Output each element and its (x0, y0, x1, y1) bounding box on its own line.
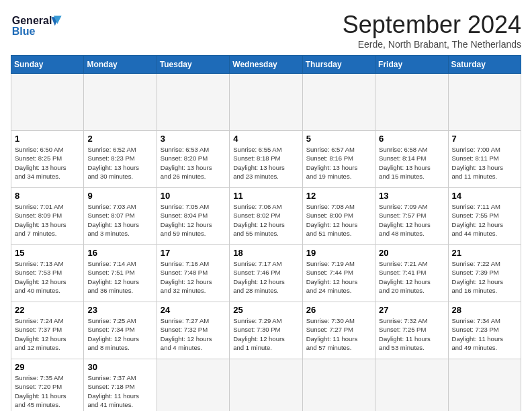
calendar-cell: 27Sunrise: 7:32 AM Sunset: 7:25 PM Dayli… (375, 302, 448, 359)
day-info: Sunrise: 7:06 AM Sunset: 8:02 PM Dayligh… (233, 202, 298, 238)
day-number: 7 (452, 134, 517, 144)
day-number: 29 (15, 362, 80, 372)
day-info: Sunrise: 7:03 AM Sunset: 8:07 PM Dayligh… (87, 202, 152, 238)
calendar-cell (157, 74, 229, 131)
day-number: 30 (87, 362, 152, 372)
calendar-cell: 20Sunrise: 7:21 AM Sunset: 7:41 PM Dayli… (375, 245, 448, 302)
day-info: Sunrise: 7:30 AM Sunset: 7:27 PM Dayligh… (306, 316, 371, 352)
day-info: Sunrise: 7:01 AM Sunset: 8:09 PM Dayligh… (15, 202, 80, 238)
day-info: Sunrise: 7:08 AM Sunset: 8:00 PM Dayligh… (306, 202, 371, 238)
month-title: September 2024 (343, 11, 521, 39)
calendar-cell (230, 74, 302, 131)
day-info: Sunrise: 6:50 AM Sunset: 8:25 PM Dayligh… (15, 145, 80, 181)
day-number: 15 (15, 248, 80, 258)
day-info: Sunrise: 7:29 AM Sunset: 7:30 PM Dayligh… (233, 316, 298, 352)
calendar-cell: 16Sunrise: 7:14 AM Sunset: 7:51 PM Dayli… (84, 245, 157, 302)
calendar-cell: 11Sunrise: 7:06 AM Sunset: 8:02 PM Dayli… (230, 188, 302, 245)
calendar-cell: 23Sunrise: 7:25 AM Sunset: 7:34 PM Dayli… (84, 302, 157, 359)
calendar-cell: 8Sunrise: 7:01 AM Sunset: 8:09 PM Daylig… (11, 188, 84, 245)
day-number: 12 (306, 191, 371, 201)
day-number: 9 (87, 191, 152, 201)
day-number: 16 (87, 248, 152, 258)
day-number: 23 (87, 305, 152, 315)
calendar-cell: 30Sunrise: 7:37 AM Sunset: 7:18 PM Dayli… (84, 359, 157, 412)
day-number: 14 (452, 191, 517, 201)
day-number: 21 (452, 248, 517, 258)
calendar-cell: 19Sunrise: 7:19 AM Sunset: 7:44 PM Dayli… (302, 245, 375, 302)
calendar-cell: 13Sunrise: 7:09 AM Sunset: 7:57 PM Dayli… (375, 188, 448, 245)
day-number: 11 (233, 191, 298, 201)
calendar-cell: 5Sunrise: 6:57 AM Sunset: 8:16 PM Daylig… (302, 131, 375, 188)
calendar-cell (230, 359, 302, 412)
svg-text:General: General (12, 15, 52, 26)
weekday-header-row: SundayMondayTuesdayWednesdayThursdayFrid… (11, 56, 521, 74)
calendar-cell: 25Sunrise: 7:29 AM Sunset: 7:30 PM Dayli… (230, 302, 302, 359)
day-number: 28 (452, 305, 517, 315)
weekday-header-sunday: Sunday (11, 56, 84, 74)
calendar-cell (302, 359, 375, 412)
weekday-header-tuesday: Tuesday (157, 56, 229, 74)
calendar-cell (448, 74, 521, 131)
logo: General Blue (11, 11, 64, 41)
calendar-cell: 1Sunrise: 6:50 AM Sunset: 8:25 PM Daylig… (11, 131, 84, 188)
day-info: Sunrise: 6:55 AM Sunset: 8:18 PM Dayligh… (233, 145, 298, 181)
calendar-cell: 17Sunrise: 7:16 AM Sunset: 7:48 PM Dayli… (157, 245, 229, 302)
day-info: Sunrise: 6:53 AM Sunset: 8:20 PM Dayligh… (161, 145, 226, 181)
day-number: 3 (161, 134, 226, 144)
day-info: Sunrise: 7:37 AM Sunset: 7:18 PM Dayligh… (87, 373, 152, 409)
calendar-cell: 12Sunrise: 7:08 AM Sunset: 8:00 PM Dayli… (302, 188, 375, 245)
calendar-cell: 29Sunrise: 7:35 AM Sunset: 7:20 PM Dayli… (11, 359, 84, 412)
svg-text:Blue: Blue (12, 26, 36, 37)
week-row-1 (11, 74, 521, 131)
day-info: Sunrise: 7:14 AM Sunset: 7:51 PM Dayligh… (87, 259, 152, 295)
calendar-cell: 3Sunrise: 6:53 AM Sunset: 8:20 PM Daylig… (157, 131, 229, 188)
calendar-cell: 7Sunrise: 7:00 AM Sunset: 8:11 PM Daylig… (448, 131, 521, 188)
week-row-6: 29Sunrise: 7:35 AM Sunset: 7:20 PM Dayli… (11, 359, 521, 412)
day-info: Sunrise: 7:21 AM Sunset: 7:41 PM Dayligh… (379, 259, 444, 295)
calendar-table: SundayMondayTuesdayWednesdayThursdayFrid… (11, 55, 521, 411)
day-info: Sunrise: 7:05 AM Sunset: 8:04 PM Dayligh… (161, 202, 226, 238)
day-number: 26 (306, 305, 371, 315)
calendar-cell: 18Sunrise: 7:17 AM Sunset: 7:46 PM Dayli… (230, 245, 302, 302)
calendar-cell (157, 359, 229, 412)
weekday-header-saturday: Saturday (448, 56, 521, 74)
calendar-cell (375, 74, 448, 131)
day-info: Sunrise: 7:27 AM Sunset: 7:32 PM Dayligh… (161, 316, 226, 352)
day-number: 17 (161, 248, 226, 258)
calendar-cell: 10Sunrise: 7:05 AM Sunset: 8:04 PM Dayli… (157, 188, 229, 245)
day-number: 5 (306, 134, 371, 144)
calendar-cell: 14Sunrise: 7:11 AM Sunset: 7:55 PM Dayli… (448, 188, 521, 245)
weekday-header-friday: Friday (375, 56, 448, 74)
weekday-header-monday: Monday (84, 56, 157, 74)
location: Eerde, North Brabant, The Netherlands (343, 39, 521, 50)
calendar-cell (11, 74, 84, 131)
day-number: 10 (161, 191, 226, 201)
day-number: 18 (233, 248, 298, 258)
day-info: Sunrise: 6:52 AM Sunset: 8:23 PM Dayligh… (87, 145, 152, 181)
page-header: General Blue September 2024 Eerde, North… (11, 11, 521, 50)
day-info: Sunrise: 7:32 AM Sunset: 7:25 PM Dayligh… (379, 316, 444, 352)
week-row-3: 8Sunrise: 7:01 AM Sunset: 8:09 PM Daylig… (11, 188, 521, 245)
calendar-cell: 24Sunrise: 7:27 AM Sunset: 7:32 PM Dayli… (157, 302, 229, 359)
title-block: September 2024 Eerde, North Brabant, The… (343, 11, 521, 50)
weekday-header-wednesday: Wednesday (230, 56, 302, 74)
calendar-cell (84, 74, 157, 131)
calendar-cell: 26Sunrise: 7:30 AM Sunset: 7:27 PM Dayli… (302, 302, 375, 359)
day-number: 6 (379, 134, 444, 144)
day-number: 13 (379, 191, 444, 201)
day-number: 27 (379, 305, 444, 315)
day-number: 22 (15, 305, 80, 315)
week-row-2: 1Sunrise: 6:50 AM Sunset: 8:25 PM Daylig… (11, 131, 521, 188)
day-number: 2 (87, 134, 152, 144)
day-info: Sunrise: 7:19 AM Sunset: 7:44 PM Dayligh… (306, 259, 371, 295)
calendar-cell: 4Sunrise: 6:55 AM Sunset: 8:18 PM Daylig… (230, 131, 302, 188)
day-info: Sunrise: 7:13 AM Sunset: 7:53 PM Dayligh… (15, 259, 80, 295)
calendar-cell: 28Sunrise: 7:34 AM Sunset: 7:23 PM Dayli… (448, 302, 521, 359)
logo-icon: General Blue (11, 11, 64, 41)
calendar-cell (375, 359, 448, 412)
day-info: Sunrise: 7:11 AM Sunset: 7:55 PM Dayligh… (452, 202, 517, 238)
day-number: 1 (15, 134, 80, 144)
day-number: 24 (161, 305, 226, 315)
calendar-cell: 6Sunrise: 6:58 AM Sunset: 8:14 PM Daylig… (375, 131, 448, 188)
week-row-5: 22Sunrise: 7:24 AM Sunset: 7:37 PM Dayli… (11, 302, 521, 359)
